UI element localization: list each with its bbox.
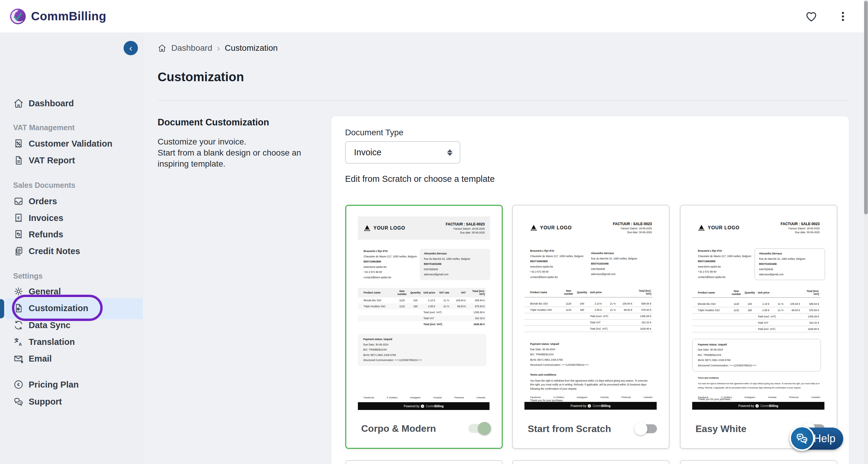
sidebar-item-customer-validation[interactable]: Customer Validation — [0, 135, 143, 152]
payment-status-block: Payment status: Unpaid Due Date: 30-06-2… — [358, 334, 487, 366]
chat-bubbles-icon — [795, 431, 809, 445]
sidebar-item-vat-report[interactable]: VAT Report — [0, 152, 143, 169]
invoice-header-band: YOUR LOGO FACTUUR : SALE-0023 Factuur Da… — [358, 216, 490, 240]
toggle-knob — [478, 422, 491, 435]
customer-block: Alexandra Dervaux Rue du Marché 42, 1050… — [420, 249, 490, 280]
gear-icon — [13, 286, 24, 297]
inbox-icon — [13, 196, 24, 207]
breadcrumb-current: Customization — [225, 43, 278, 53]
invoice-logo-text: YOUR LOGO — [708, 225, 740, 230]
template-name: Easy White — [695, 423, 746, 434]
chevron-left-icon: ‹ — [129, 43, 132, 53]
document-type-value: Invoice — [354, 148, 381, 157]
invoice-preview: YOUR LOGO FACTUUR : SALE-0023 Factuur Da… — [681, 206, 837, 405]
template-card-partial[interactable] — [512, 460, 670, 464]
customer-block: Alexandra Dervaux Rue du Marché 42, 1050… — [754, 248, 825, 280]
sidebar-item-label: Customization — [29, 303, 88, 313]
sidebar-item-label: VAT Report — [29, 156, 75, 165]
total-row: Total (excl. VAT)1305.58 € — [524, 313, 652, 319]
overflow-menu-button[interactable] — [837, 10, 849, 22]
divider — [158, 100, 849, 101]
template-name: Corpo & Modern — [361, 423, 436, 434]
template-toggle[interactable] — [636, 424, 657, 433]
invoice-table: Product name Item number Quantity Unit p… — [524, 287, 652, 332]
sidebar-collapse-button[interactable]: ‹ — [124, 41, 138, 55]
document-type-select[interactable]: Invoice — [345, 141, 460, 164]
seller-block: Brasserie L'Épi d'Or Chaussée de Wavre 2… — [364, 249, 417, 280]
template-toggle[interactable] — [468, 424, 490, 433]
section-settings: Settings — [13, 272, 43, 280]
invoice-table: Product name Item number Quantity Unit p… — [358, 288, 486, 327]
sidebar-item-label: Customer Validation — [29, 139, 112, 149]
sidebar-item-label: Orders — [29, 196, 57, 206]
heart-icon — [805, 10, 818, 23]
breadcrumb: Dashboard › Customization — [158, 43, 278, 53]
template-name: Start from Scratch — [528, 423, 611, 434]
sidebar-item-customization[interactable]: ✱ Customization — [0, 300, 143, 316]
table-row: Blonde Bio 33cl11202402.10 €21 %105.84 €… — [524, 298, 652, 307]
mini-logo-icon: c — [588, 404, 591, 408]
total-row: Total (incl. VAT)1629.90 € — [692, 326, 820, 332]
sidebar-item-pricing-plan[interactable]: € Pricing Plan — [0, 376, 143, 393]
template-card-start-from-scratch[interactable]: YOUR LOGO FACTUUR : SALE-0023 Factuur Da… — [512, 205, 670, 449]
table-row: Blonde Bio 33cl11202402.10 €21 %105.84 €… — [358, 298, 486, 303]
help-chat-bubble-button[interactable] — [789, 426, 814, 451]
envelope-gear-icon: ✱ — [13, 353, 24, 364]
favorites-button[interactable] — [805, 10, 818, 23]
sidebar-item-general[interactable]: General — [0, 283, 143, 300]
terms-block: Terms and conditions You have the right … — [698, 377, 823, 405]
invoice-meta: FACTUUR : SALE-0023 Factuur Datum: 18-06… — [780, 222, 819, 234]
scrollbar-thumb[interactable] — [864, 1, 868, 214]
template-card-partial[interactable] — [680, 460, 837, 464]
breadcrumb-dashboard-link[interactable]: Dashboard — [171, 43, 212, 53]
kebab-menu-icon — [837, 10, 849, 22]
powered-by-bar: Powered bycCommBilling — [524, 402, 657, 410]
sidebar-item-dashboard[interactable]: Dashboard — [0, 95, 143, 112]
document-type-label: Document Type — [345, 128, 404, 137]
sidebar-item-invoices[interactable]: € Invoices — [0, 210, 143, 226]
sidebar-item-support[interactable]: Support — [0, 393, 143, 410]
triangle-logo-icon — [363, 224, 371, 232]
intro-line1: Customize your invoice. — [158, 136, 313, 147]
brand-part1: Comm — [31, 9, 69, 23]
invoice-social-links: FacebookX (Twitter)InstagramYoutubePinte… — [364, 396, 485, 399]
svg-text:€: € — [17, 382, 20, 387]
seller-block: Brasserie L'Épi d'Or Chaussée de Wavre 2… — [530, 248, 584, 280]
receipt-euro-icon: € — [13, 213, 24, 223]
invoice-meta: FACTUUR : SALE-0023 Factuur Datum: 18-06… — [613, 222, 652, 234]
sidebar-item-translation[interactable]: A Translation — [0, 334, 143, 350]
sidebar-item-refunds[interactable]: Refunds — [0, 226, 143, 243]
scrollbar-track[interactable] — [864, 0, 868, 464]
template-card-easy-white[interactable]: YOUR LOGO FACTUUR : SALE-0023 Factuur Da… — [680, 205, 837, 449]
document-star-icon: ✱ — [13, 303, 24, 313]
table-row: Blonde Bio 33cl11202402.10 €21 %105.84 €… — [692, 298, 820, 307]
app-title: CommBilling — [31, 9, 106, 23]
commbilling-logo-icon — [9, 7, 27, 25]
mini-logo-icon: c — [421, 405, 424, 408]
invoice-addresses: Brasserie L'Épi d'Or Chaussée de Wavre 2… — [692, 248, 825, 280]
powered-by-bar: Powered bycCommBilling — [358, 402, 490, 410]
help-label: Help — [813, 432, 835, 445]
sidebar-item-email[interactable]: ✱ Email — [0, 350, 143, 367]
sidebar-item-data-sync[interactable]: Data Sync — [0, 317, 143, 334]
template-card-corpo-modern[interactable]: YOUR LOGO FACTUUR : SALE-0023 Factuur Da… — [345, 205, 503, 449]
sidebar-item-orders[interactable]: Orders — [0, 193, 143, 210]
template-card-partial[interactable] — [345, 460, 503, 464]
sidebar-item-label: Data Sync — [29, 320, 70, 330]
sync-icon — [13, 320, 24, 331]
intro-heading: Document Customization — [158, 117, 313, 128]
sidebar-item-label: Invoices — [29, 213, 63, 223]
sidebar-item-credit-notes[interactable]: Credit Notes — [0, 243, 143, 259]
powered-by-bar: Powered bycCommBilling — [692, 402, 825, 410]
total-row: Total VAT324.32 € — [358, 315, 486, 321]
sidebar-item-label: Email — [29, 354, 52, 364]
terms-block: Terms and conditions You have the right … — [530, 373, 652, 407]
invoice-addresses: Brasserie L'Épi d'Or Chaussée de Wavre 2… — [524, 248, 657, 280]
invoice-logo-text: YOUR LOGO — [373, 225, 405, 231]
document-icon — [13, 155, 24, 166]
invoice-logo-text: YOUR LOGO — [540, 225, 572, 230]
sidebar-item-label: Support — [29, 397, 62, 407]
triangle-logo-icon — [698, 224, 705, 231]
invoice-meta: FACTUUR : SALE-0023 Factuur Datum: 18-06… — [446, 222, 485, 234]
total-row: Total VAT324.32 € — [692, 319, 820, 326]
